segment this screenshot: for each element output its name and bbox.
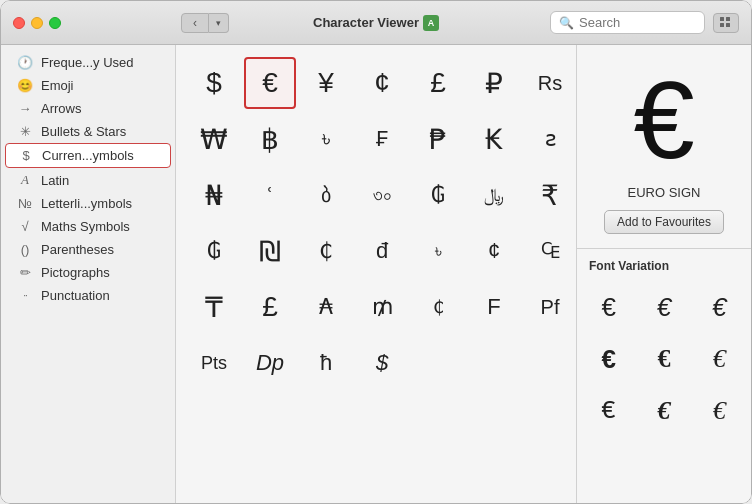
- sidebar-item-label: Parentheses: [41, 242, 114, 257]
- symbol-cell[interactable]: $: [356, 337, 408, 389]
- clock-icon: 🕐: [17, 55, 33, 70]
- symbol-cell[interactable]: ₪: [244, 225, 296, 277]
- font-var-cell-4[interactable]: €: [581, 333, 636, 385]
- close-button[interactable]: [13, 17, 25, 29]
- symbol-cell[interactable]: đ: [356, 225, 408, 277]
- sidebar: 🕐 Freque...y Used 😊 Emoji → Arrows ✳ Bul…: [1, 45, 176, 503]
- sidebar-item-bullets-stars[interactable]: ✳ Bullets & Stars: [5, 120, 171, 143]
- font-variation-grid: € € € € € € € € €: [577, 281, 751, 437]
- symbol-cell[interactable]: Pf: [524, 281, 576, 333]
- sidebar-item-label: Arrows: [41, 101, 81, 116]
- symbol-cell[interactable]: ₭: [468, 113, 520, 165]
- symbol-cell[interactable]: £: [244, 281, 296, 333]
- symbol-cell[interactable]: ₸: [188, 281, 240, 333]
- symbol-cell[interactable]: ₠: [524, 225, 576, 277]
- sidebar-item-frequently-used[interactable]: 🕐 Freque...y Used: [5, 51, 171, 74]
- search-icon: 🔍: [559, 16, 574, 30]
- symbol-cell[interactable]: ₲: [412, 169, 464, 221]
- symbol-cell[interactable]: ৩০: [356, 169, 408, 221]
- nav-buttons: ‹ ▾: [181, 13, 229, 33]
- font-var-cell-8[interactable]: €: [636, 385, 691, 437]
- sidebar-item-letterlike-symbols[interactable]: № Letterli...ymbols: [5, 192, 171, 215]
- symbol-cell[interactable]: ¥: [300, 57, 352, 109]
- grid-view-button[interactable]: [713, 13, 739, 33]
- font-var-cell-6[interactable]: €: [692, 333, 747, 385]
- dollar-icon: $: [18, 148, 34, 163]
- symbol-cell[interactable]: ħ: [300, 337, 352, 389]
- sidebar-item-label: Latin: [41, 173, 69, 188]
- symbol-cell[interactable]: $: [188, 57, 240, 109]
- symbol-cell[interactable]: ₣: [356, 113, 408, 165]
- symbol-cell[interactable]: ₦: [188, 169, 240, 221]
- window-title-text: Character Viewer: [313, 15, 419, 30]
- sidebar-item-pictographs[interactable]: ✏ Pictographs: [5, 261, 171, 284]
- sidebar-item-punctuation[interactable]: ∙∙ Punctuation: [5, 284, 171, 307]
- svg-rect-3: [726, 23, 730, 27]
- symbol-cell[interactable]: ბ: [300, 169, 352, 221]
- font-var-cell-1[interactable]: €: [581, 281, 636, 333]
- detail-panel: € EURO SIGN Add to Favourites Font Varia…: [576, 45, 751, 503]
- arrow-icon: →: [17, 101, 33, 116]
- search-bar[interactable]: 🔍: [550, 11, 705, 34]
- svg-rect-2: [720, 23, 724, 27]
- latin-icon: A: [17, 172, 33, 188]
- symbol-cell[interactable]: £: [412, 57, 464, 109]
- minimize-button[interactable]: [31, 17, 43, 29]
- title-bar: ‹ ▾ Character Viewer A 🔍: [1, 1, 751, 45]
- symbol-cell[interactable]: ₱: [412, 113, 464, 165]
- nav-dropdown-button[interactable]: ▾: [209, 13, 229, 33]
- font-var-cell-2[interactable]: €: [636, 281, 691, 333]
- sidebar-item-arrows[interactable]: → Arrows: [5, 97, 171, 120]
- symbol-grid: $ € ¥ ¢ £ ₽ Rs ₩ ฿ ৳ ₣ ₱ ₭ ƨ ₦ ʿ ბ ৩০ ₲ …: [176, 45, 576, 503]
- font-variation-label: Font Variation: [577, 248, 751, 273]
- symbol-cell[interactable]: Pts: [188, 337, 240, 389]
- search-input[interactable]: [579, 15, 696, 30]
- parentheses-icon: (): [17, 242, 33, 257]
- symbol-cell[interactable]: ¢: [468, 225, 520, 277]
- detail-symbol-name: EURO SIGN: [628, 185, 701, 200]
- asterisk-icon: ✳: [17, 124, 33, 139]
- symbol-cell[interactable]: F: [468, 281, 520, 333]
- symbol-cell[interactable]: ₥: [356, 281, 408, 333]
- sidebar-item-label: Freque...y Used: [41, 55, 134, 70]
- symbol-cell[interactable]: ƨ: [524, 113, 576, 165]
- pencil-icon: ✏: [17, 265, 33, 280]
- maximize-button[interactable]: [49, 17, 61, 29]
- symbol-cell[interactable]: ₳: [300, 281, 352, 333]
- symbol-cell[interactable]: ₵: [412, 281, 464, 333]
- sidebar-item-label: Emoji: [41, 78, 74, 93]
- sqrt-icon: √: [17, 219, 33, 234]
- symbol-cell-selected[interactable]: €: [244, 57, 296, 109]
- font-var-cell-7[interactable]: €: [581, 385, 636, 437]
- sidebar-item-emoji[interactable]: 😊 Emoji: [5, 74, 171, 97]
- sidebar-item-label: Letterli...ymbols: [41, 196, 132, 211]
- sidebar-item-currency-symbols[interactable]: $ Curren...ymbols: [5, 143, 171, 168]
- add-to-favourites-button[interactable]: Add to Favourites: [604, 210, 724, 234]
- symbol-cell[interactable]: ₹: [524, 169, 576, 221]
- symbol-cell[interactable]: ₩: [188, 113, 240, 165]
- window-title: Character Viewer A: [313, 15, 439, 31]
- symbol-cell[interactable]: ¢: [356, 57, 408, 109]
- symbol-cell[interactable]: ₵: [300, 225, 352, 277]
- symbol-cell[interactable]: ৳: [412, 225, 464, 277]
- symbol-cell[interactable]: Dp: [244, 337, 296, 389]
- symbol-cell[interactable]: Rs: [524, 57, 576, 109]
- sidebar-item-label: Maths Symbols: [41, 219, 130, 234]
- app-window: ‹ ▾ Character Viewer A 🔍: [0, 0, 752, 504]
- sidebar-item-parentheses[interactable]: () Parentheses: [5, 238, 171, 261]
- symbol-cell[interactable]: ₽: [468, 57, 520, 109]
- font-var-cell-9[interactable]: €: [692, 385, 747, 437]
- symbol-cell[interactable]: ₲: [188, 225, 240, 277]
- font-var-cell-3[interactable]: €: [692, 281, 747, 333]
- back-button[interactable]: ‹: [181, 13, 209, 33]
- symbol-cell[interactable]: ʿ: [244, 169, 296, 221]
- svg-rect-0: [720, 17, 724, 21]
- symbol-cell[interactable]: ฿: [244, 113, 296, 165]
- sidebar-item-label: Curren...ymbols: [42, 148, 134, 163]
- symbol-cell[interactable]: ৳: [300, 113, 352, 165]
- sidebar-item-latin[interactable]: A Latin: [5, 168, 171, 192]
- font-var-cell-5[interactable]: €: [636, 333, 691, 385]
- sidebar-item-maths-symbols[interactable]: √ Maths Symbols: [5, 215, 171, 238]
- symbol-cell[interactable]: ﷼: [468, 169, 520, 221]
- ellipsis-icon: ∙∙: [17, 290, 33, 301]
